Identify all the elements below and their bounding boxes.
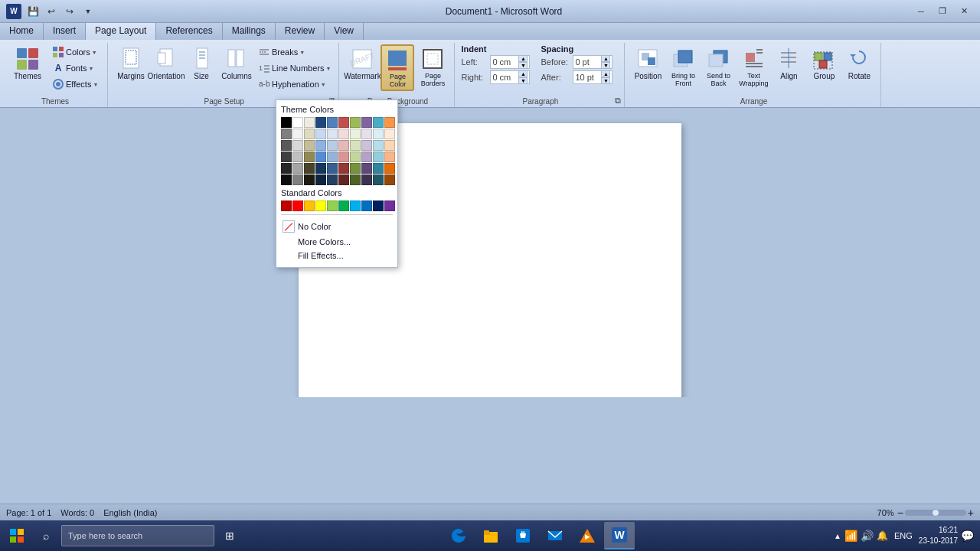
- tab-page-layout[interactable]: Page Layout: [86, 23, 156, 40]
- theme-color-cell[interactable]: [350, 140, 361, 151]
- restore-btn[interactable]: ❐: [933, 5, 952, 18]
- indent-right-down[interactable]: ▼: [518, 77, 528, 84]
- taskbar-vlc[interactable]: ▶: [572, 522, 603, 549]
- theme-color-cell[interactable]: [292, 129, 303, 139]
- theme-color-cell[interactable]: [338, 140, 349, 151]
- theme-color-cell[interactable]: [315, 117, 326, 128]
- theme-color-cell[interactable]: [338, 174, 349, 185]
- size-button[interactable]: Size: [185, 44, 218, 83]
- tab-references[interactable]: References: [156, 23, 222, 40]
- theme-color-cell[interactable]: [292, 174, 303, 185]
- taskbar-word[interactable]: W: [604, 522, 635, 549]
- rotate-button[interactable]: Rotate: [842, 44, 876, 83]
- theme-color-cell[interactable]: [361, 152, 372, 162]
- theme-color-cell[interactable]: [373, 117, 384, 128]
- indent-left-input[interactable]: 0 cm ▲ ▼: [490, 55, 530, 69]
- standard-color-cell[interactable]: [338, 201, 349, 211]
- zoom-thumb[interactable]: [932, 509, 939, 517]
- standard-color-cell[interactable]: [327, 201, 338, 211]
- minimize-btn[interactable]: ─: [911, 5, 931, 18]
- theme-color-cell[interactable]: [304, 174, 315, 185]
- theme-color-cell[interactable]: [338, 129, 349, 139]
- spacing-after-down[interactable]: ▼: [601, 77, 610, 84]
- taskbar-explorer[interactable]: [475, 522, 506, 549]
- theme-color-cell[interactable]: [384, 163, 395, 174]
- group-button[interactable]: Group: [807, 44, 841, 83]
- bring-to-front-button[interactable]: Bring toFront: [666, 44, 700, 90]
- theme-color-cell[interactable]: [281, 152, 292, 162]
- theme-color-cell[interactable]: [292, 152, 303, 162]
- indent-right-spinner[interactable]: ▲ ▼: [518, 70, 528, 84]
- indent-left-spinner[interactable]: ▲ ▼: [518, 55, 528, 69]
- spacing-after-up[interactable]: ▲: [601, 70, 610, 77]
- theme-color-cell[interactable]: [304, 152, 315, 162]
- theme-color-cell[interactable]: [373, 152, 384, 162]
- theme-color-cell[interactable]: [281, 140, 292, 151]
- indent-left-up[interactable]: ▲: [518, 55, 528, 62]
- spacing-before-down[interactable]: ▼: [601, 62, 610, 69]
- theme-color-cell[interactable]: [350, 174, 361, 185]
- theme-color-cell[interactable]: [327, 117, 338, 128]
- indent-left-down[interactable]: ▼: [518, 62, 528, 69]
- search-icon-btn[interactable]: ⌕: [32, 522, 60, 549]
- theme-color-cell[interactable]: [361, 140, 372, 151]
- taskbar-search[interactable]: Type here to search: [61, 525, 214, 546]
- theme-color-cell[interactable]: [338, 163, 349, 174]
- theme-color-cell[interactable]: [338, 117, 349, 128]
- start-button[interactable]: [3, 522, 31, 549]
- theme-color-cell[interactable]: [350, 117, 361, 128]
- theme-color-cell[interactable]: [315, 129, 326, 139]
- themes-button[interactable]: Themes: [8, 44, 47, 83]
- zoom-out-btn[interactable]: −: [897, 507, 903, 519]
- tab-review[interactable]: Review: [276, 23, 325, 40]
- spacing-before-up[interactable]: ▲: [601, 55, 610, 62]
- theme-color-cell[interactable]: [304, 117, 315, 128]
- send-to-back-button[interactable]: Send toBack: [701, 44, 735, 90]
- theme-color-cell[interactable]: [327, 129, 338, 139]
- theme-color-cell[interactable]: [315, 152, 326, 162]
- page-color-button[interactable]: Page Color: [381, 44, 414, 91]
- theme-color-cell[interactable]: [373, 129, 384, 139]
- theme-color-cell[interactable]: [315, 140, 326, 151]
- customize-quick-btn[interactable]: ▼: [80, 5, 96, 18]
- zoom-slider[interactable]: [905, 510, 966, 516]
- taskbar-edge[interactable]: [443, 522, 474, 549]
- theme-color-cell[interactable]: [304, 129, 315, 139]
- task-view-btn[interactable]: ⊞: [216, 522, 243, 549]
- standard-color-cell[interactable]: [281, 201, 292, 211]
- theme-color-cell[interactable]: [350, 163, 361, 174]
- theme-color-cell[interactable]: [281, 174, 292, 185]
- theme-color-cell[interactable]: [292, 117, 303, 128]
- theme-color-cell[interactable]: [292, 163, 303, 174]
- standard-color-cell[interactable]: [315, 201, 326, 211]
- more-colors-option[interactable]: More Colors...: [281, 235, 393, 249]
- theme-color-cell[interactable]: [327, 152, 338, 162]
- paragraph-dialog-launcher[interactable]: ⧉: [615, 96, 621, 106]
- effects-button[interactable]: Effects ▼: [49, 77, 103, 92]
- theme-color-cell[interactable]: [384, 117, 395, 128]
- theme-color-cell[interactable]: [373, 174, 384, 185]
- no-color-option[interactable]: No Color: [281, 218, 393, 235]
- theme-color-cell[interactable]: [350, 129, 361, 139]
- tab-mailings[interactable]: Mailings: [223, 23, 276, 40]
- spacing-after-spinner[interactable]: ▲ ▼: [601, 70, 610, 84]
- columns-button[interactable]: Columns: [220, 44, 253, 83]
- theme-color-cell[interactable]: [373, 163, 384, 174]
- theme-color-cell[interactable]: [327, 163, 338, 174]
- theme-color-cell[interactable]: [315, 163, 326, 174]
- standard-color-cell[interactable]: [292, 201, 303, 211]
- watermark-button[interactable]: DRAFT Watermark: [345, 44, 379, 83]
- theme-color-cell[interactable]: [361, 163, 372, 174]
- theme-color-cell[interactable]: [327, 140, 338, 151]
- tab-view[interactable]: View: [325, 23, 364, 40]
- align-button[interactable]: Align: [772, 44, 805, 83]
- action-center[interactable]: 💬: [961, 530, 974, 542]
- theme-color-cell[interactable]: [361, 117, 372, 128]
- zoom-in-btn[interactable]: +: [968, 507, 974, 519]
- indent-right-input[interactable]: 0 cm ▲ ▼: [490, 70, 530, 84]
- margins-button[interactable]: Margins: [114, 44, 148, 83]
- theme-color-cell[interactable]: [281, 129, 292, 139]
- spacing-before-spinner[interactable]: ▲ ▼: [601, 55, 610, 69]
- page-borders-button[interactable]: Page Borders: [416, 44, 449, 90]
- spacing-after-input[interactable]: 10 pt ▲ ▼: [573, 70, 612, 84]
